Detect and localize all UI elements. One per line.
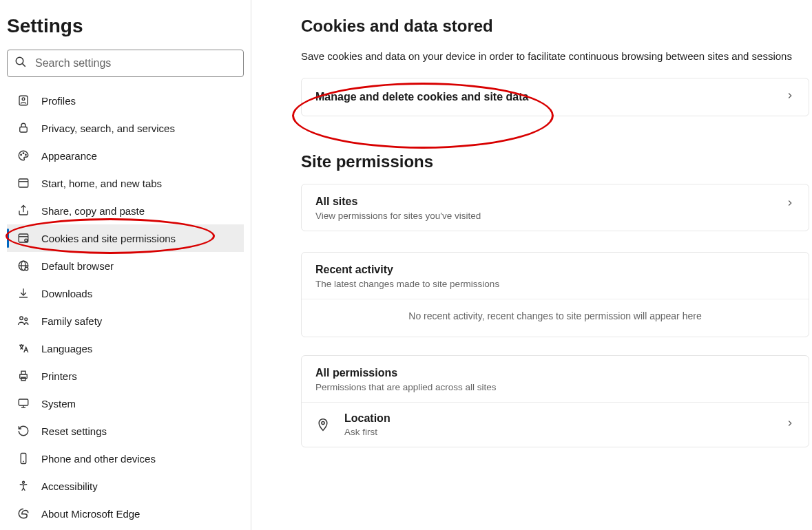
sidebar-item-label: Printers (41, 370, 77, 382)
share-icon (17, 204, 30, 218)
language-icon (17, 341, 30, 355)
svg-rect-4 (20, 127, 28, 133)
svg-point-6 (23, 153, 24, 154)
family-icon (17, 314, 30, 328)
chevron-right-icon (785, 198, 795, 211)
svg-point-30 (23, 481, 25, 483)
svg-rect-8 (19, 179, 28, 187)
sidebar-item-label: Privacy, search, and services (41, 123, 175, 134)
svg-point-31 (322, 422, 324, 425)
svg-rect-23 (21, 371, 25, 374)
settings-nav: ProfilesPrivacy, search, and servicesApp… (7, 87, 244, 527)
cookies-heading: Cookies and data stored (301, 17, 805, 36)
recent-activity-card: Recent activity The latest changes made … (301, 252, 809, 337)
recent-activity-sub: The latest changes made to site permissi… (315, 279, 795, 289)
profile-icon (17, 94, 30, 107)
download-icon (17, 286, 30, 300)
sidebar-item-label: Downloads (41, 288, 92, 299)
lock-icon (17, 121, 30, 135)
sidebar-item-label: Reset settings (41, 425, 107, 437)
sidebar-item-label: Profiles (41, 95, 76, 107)
sidebar-item-profile[interactable]: Profiles (7, 87, 244, 114)
svg-point-20 (20, 317, 23, 320)
all-sites-card[interactable]: All sites View permissions for sites you… (301, 184, 809, 231)
sidebar-item-printer[interactable]: Printers (7, 362, 244, 390)
sidebar-item-label: Share, copy and paste (41, 205, 145, 217)
sidebar-item-download[interactable]: Downloads (7, 279, 244, 307)
sidebar-item-cookie[interactable]: Cookies and site permissions (7, 224, 244, 252)
palette-icon (17, 149, 30, 162)
sidebar-item-label: Appearance (41, 150, 97, 162)
sidebar-item-label: Accessibility (41, 480, 98, 492)
system-icon (17, 396, 30, 410)
chevron-right-icon (785, 418, 795, 431)
all-sites-sub: View permissions for sites you've visite… (315, 211, 785, 221)
svg-point-17 (25, 267, 28, 271)
svg-point-21 (25, 318, 28, 321)
settings-sidebar: Settings ProfilesPrivacy, search, and se… (0, 0, 251, 530)
globe-icon (17, 259, 30, 273)
cookie-icon (17, 231, 30, 245)
a11y-icon (17, 479, 30, 493)
all-permissions-title: All permissions (315, 367, 795, 379)
reset-icon (17, 424, 30, 438)
manage-cookies-label: Manage and delete cookies and site data (315, 91, 785, 103)
svg-rect-24 (21, 377, 25, 381)
search-container[interactable] (7, 50, 244, 77)
sidebar-item-label: Start, home, and new tabs (41, 178, 162, 189)
svg-rect-28 (21, 454, 26, 464)
sidebar-item-label: System (41, 398, 76, 410)
sidebar-item-language[interactable]: Languages (7, 335, 244, 362)
permission-location-sub: Ask first (344, 427, 785, 437)
svg-point-0 (16, 57, 23, 65)
all-permissions-card: All permissions Permissions that are app… (301, 355, 809, 447)
site-permissions-heading: Site permissions (301, 152, 805, 171)
permission-location-title: Location (344, 412, 785, 425)
cookies-description: Save cookies and data on your device in … (301, 48, 797, 64)
sidebar-item-label: Languages (41, 343, 92, 354)
edge-icon (17, 507, 30, 520)
location-icon (315, 417, 331, 432)
sidebar-item-globe[interactable]: Default browser (7, 252, 244, 279)
sidebar-item-system[interactable]: System (7, 390, 244, 417)
svg-line-1 (23, 64, 25, 67)
phone-icon (17, 452, 30, 465)
chevron-right-icon (785, 91, 795, 103)
all-permissions-sub: Permissions that are applied across all … (315, 382, 795, 392)
page-title: Settings (7, 15, 244, 37)
recent-activity-title: Recent activity (315, 264, 795, 276)
sidebar-item-label: Family safety (41, 315, 102, 327)
sidebar-item-label: Phone and other devices (41, 453, 156, 465)
sidebar-item-label: About Microsoft Edge (41, 508, 140, 520)
manage-cookies-card[interactable]: Manage and delete cookies and site data (301, 78, 809, 116)
svg-rect-25 (19, 399, 28, 405)
sidebar-item-share[interactable]: Share, copy and paste (7, 197, 244, 224)
sidebar-item-a11y[interactable]: Accessibility (7, 472, 244, 500)
sidebar-item-label: Default browser (41, 260, 114, 272)
settings-main: Cookies and data stored Save cookies and… (251, 0, 812, 530)
recent-activity-empty: No recent activity, recent changes to si… (302, 299, 809, 337)
search-input[interactable] (35, 57, 236, 70)
sidebar-item-window[interactable]: Start, home, and new tabs (7, 169, 244, 197)
all-sites-title: All sites (315, 195, 785, 208)
permission-location[interactable]: Location Ask first (302, 402, 809, 447)
sidebar-item-lock[interactable]: Privacy, search, and services (7, 114, 244, 142)
window-icon (17, 176, 30, 190)
printer-icon (17, 369, 30, 383)
search-icon (14, 56, 27, 71)
sidebar-item-reset[interactable]: Reset settings (7, 417, 244, 445)
svg-point-3 (22, 98, 25, 100)
svg-point-7 (25, 154, 27, 156)
sidebar-item-label: Cookies and site permissions (41, 233, 176, 244)
svg-point-5 (21, 154, 22, 156)
sidebar-item-palette[interactable]: Appearance (7, 142, 244, 169)
sidebar-item-phone[interactable]: Phone and other devices (7, 445, 244, 472)
sidebar-item-edge[interactable]: About Microsoft Edge (7, 500, 244, 527)
sidebar-item-family[interactable]: Family safety (7, 307, 244, 335)
